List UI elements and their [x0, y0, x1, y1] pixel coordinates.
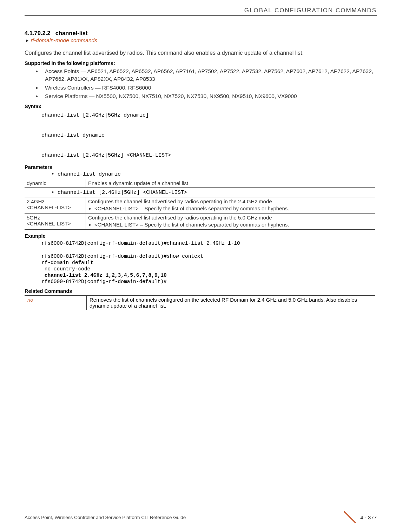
param-desc-cell: Configures the channel list advertised b… [86, 214, 375, 230]
section-heading-row: 4.1.79.2.2 channel-list [25, 30, 377, 37]
param-name-line: 2.4GHz [27, 198, 45, 204]
table-row: 2.4GHz <CHANNEL-LIST> Configures the cha… [25, 197, 375, 213]
breadcrumb-link[interactable]: rf-domain-mode commands [31, 37, 97, 43]
list-item: Service Platforms — NX5500, NX7500, NX75… [41, 92, 377, 100]
syntax-line: channel-list [2.4GHz|5GHz|dynamic] [41, 112, 149, 118]
param-name-cell: dynamic [25, 179, 86, 187]
intro-paragraph: Configures the channel list advertised b… [25, 49, 377, 57]
example-line-bold: channel-list 2.4GHz 1,2,3,4,5,6,7,8,9,10 [41, 272, 167, 278]
section-number: 4.1.79.2.2 [25, 30, 50, 36]
footer-rule [25, 509, 377, 509]
page-header-category: GLOBAL CONFIGURATION COMMANDS [25, 7, 377, 14]
no-command-link[interactable]: no [27, 297, 33, 303]
section-title: channel-list [55, 30, 88, 36]
page-footer: Access Point, Wireless Controller and Se… [0, 509, 396, 523]
param-name-cell: 2.4GHz <CHANNEL-LIST> [25, 197, 86, 213]
table-row: no Removes the list of channels configur… [25, 296, 375, 310]
param-sub-list: <CHANNEL-LIST> – Specify the list of cha… [88, 205, 372, 212]
param-name-line: <CHANNEL-LIST> [27, 221, 71, 226]
related-heading: Related Commands [25, 288, 377, 294]
example-line: rfs6000-81742D(config-rf-domain-default)… [41, 241, 240, 246]
syntax-block: channel-list [2.4GHz|5GHz|dynamic] chann… [41, 111, 377, 161]
breadcrumb: rf-domain-mode commands [25, 37, 377, 44]
related-cmd-cell: no [25, 296, 87, 310]
header-rule [25, 15, 377, 16]
param-desc-line: Configures the channel list advertised b… [88, 215, 272, 221]
param-intro-1: • channel-list dynamic [51, 171, 377, 177]
example-line: rf-domain default [41, 260, 93, 265]
param-name-line: 5GHz [27, 215, 40, 221]
example-block: rfs6000-81742D(config-rf-domain-default)… [41, 240, 377, 285]
syntax-heading: Syntax [25, 104, 377, 109]
supported-heading: Supported in the following platforms: [25, 60, 377, 66]
supported-list: Access Points — AP6521, AP6522, AP6532, … [25, 67, 377, 100]
syntax-line: channel-list dynamic [41, 132, 105, 138]
list-item: Wireless Controllers — RFS4000, RFS6000 [41, 84, 377, 92]
param-sub-item: <CHANNEL-LIST> – Specify the list of cha… [94, 205, 372, 212]
related-desc-cell: Removes the list of channels configured … [87, 296, 375, 310]
param-desc-cell: Enables a dynamic update of a channel li… [86, 179, 375, 187]
example-line: rfs6000-81742D(config-rf-domain-default)… [41, 279, 167, 284]
footer-left-text: Access Point, Wireless Controller and Se… [25, 515, 186, 520]
parameters-heading: Parameters [25, 164, 377, 170]
list-item: Access Points — AP6521, AP6522, AP6532, … [41, 67, 377, 83]
example-line: rfs6000-81742D(config-rf-domain-default)… [41, 254, 203, 259]
example-line: no country-code [41, 266, 90, 272]
param-name-line: <CHANNEL-LIST> [27, 204, 71, 210]
param-sub-item: <CHANNEL-LIST> – Specify the list of cha… [94, 221, 372, 228]
param-sub-list: <CHANNEL-LIST> – Specify the list of cha… [88, 221, 372, 228]
param-table-1: dynamic Enables a dynamic update of a ch… [25, 179, 375, 188]
example-heading: Example [25, 233, 377, 239]
breadcrumb-arrow-icon [26, 39, 28, 42]
param-desc-cell: Configures the channel list advertised b… [86, 197, 375, 213]
page-number: 4 - 377 [360, 514, 377, 520]
page-slash-icon [344, 511, 356, 523]
param-name-cell: 5GHz <CHANNEL-LIST> [25, 214, 86, 230]
table-row: 5GHz <CHANNEL-LIST> Configures the chann… [25, 214, 375, 230]
related-table: no Removes the list of channels configur… [25, 295, 375, 310]
param-table-2: 2.4GHz <CHANNEL-LIST> Configures the cha… [25, 197, 375, 230]
table-row: dynamic Enables a dynamic update of a ch… [25, 179, 375, 187]
param-desc-line: Configures the channel list advertised b… [88, 198, 272, 204]
syntax-line: channel-list [2.4GHz|5GHz] <CHANNEL-LIST… [41, 152, 171, 158]
param-intro-2: • channel-list [2.4GHz|5GHz] <CHANNEL-LI… [51, 190, 377, 196]
